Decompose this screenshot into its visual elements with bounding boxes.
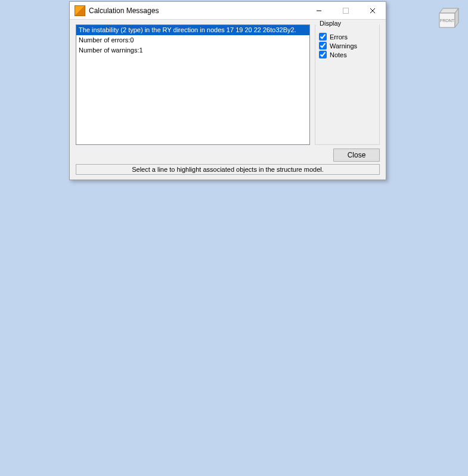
hint-bar: Select a line to highlight associated ob… — [76, 164, 380, 175]
wall-mesh — [122, 301, 358, 413]
notes-checkbox-input[interactable] — [319, 51, 327, 58]
message-line[interactable]: The instability (2 type) in the RY direc… — [76, 25, 309, 35]
svg-point-17 — [47, 258, 55, 267]
svg-line-3 — [122, 375, 358, 396]
support — [78, 325, 89, 361]
errors-checkbox-label: Errors — [330, 33, 348, 41]
close-window-button[interactable] — [359, 2, 386, 19]
support — [420, 322, 432, 373]
svg-rect-29 — [343, 8, 348, 13]
slab-edge — [37, 295, 451, 341]
warnings-checkbox-input[interactable] — [319, 42, 327, 50]
svg-point-21 — [427, 265, 436, 274]
nodes-group — [47, 197, 436, 325]
slab-opening — [125, 237, 334, 309]
display-group: Display Errors Warnings Notes — [315, 24, 380, 145]
support — [289, 415, 301, 450]
support — [150, 418, 162, 452]
svg-point-24 — [339, 317, 348, 325]
wall-front — [122, 298, 358, 416]
minimize-button[interactable] — [305, 2, 332, 19]
wall-side — [358, 293, 382, 394]
dialog-titlebar[interactable]: Calculation Messages — [70, 2, 386, 20]
support — [388, 388, 399, 434]
notes-checkbox[interactable]: Notes — [319, 51, 376, 58]
svg-point-23 — [218, 303, 227, 311]
svg-line-1 — [122, 337, 358, 358]
notes-checkbox-label: Notes — [330, 51, 347, 58]
errors-checkbox-input[interactable] — [319, 33, 327, 41]
messages-list[interactable]: The instability (2 type) in the RY direc… — [76, 24, 310, 145]
errors-checkbox[interactable]: Errors — [319, 33, 376, 41]
warnings-checkbox-label: Warnings — [330, 42, 357, 50]
svg-point-22 — [56, 295, 64, 304]
dialog-title: Calculation Messages — [89, 7, 305, 15]
maximize-button — [332, 2, 359, 19]
warnings-checkbox[interactable]: Warnings — [319, 42, 376, 50]
message-line[interactable]: Number of warnings:1 — [76, 45, 309, 55]
message-line[interactable]: Number of errors:0 — [76, 35, 309, 45]
display-group-label: Display — [318, 20, 343, 27]
supports-group — [36, 322, 432, 452]
close-button[interactable]: Close — [333, 149, 380, 162]
support — [36, 382, 48, 433]
svg-line-2 — [122, 356, 358, 377]
svg-point-18 — [130, 205, 138, 213]
viewcube-face-label: FRONT — [440, 18, 455, 23]
footing — [116, 388, 393, 428]
app-icon — [75, 5, 85, 16]
svg-line-0 — [122, 318, 358, 339]
svg-point-19 — [246, 197, 255, 206]
calculation-messages-dialog: Calculation Messages The instability (2 … — [69, 1, 386, 180]
slab-top — [12, 197, 451, 334]
viewcube[interactable]: FRONT — [432, 2, 463, 33]
svg-point-20 — [385, 226, 393, 234]
